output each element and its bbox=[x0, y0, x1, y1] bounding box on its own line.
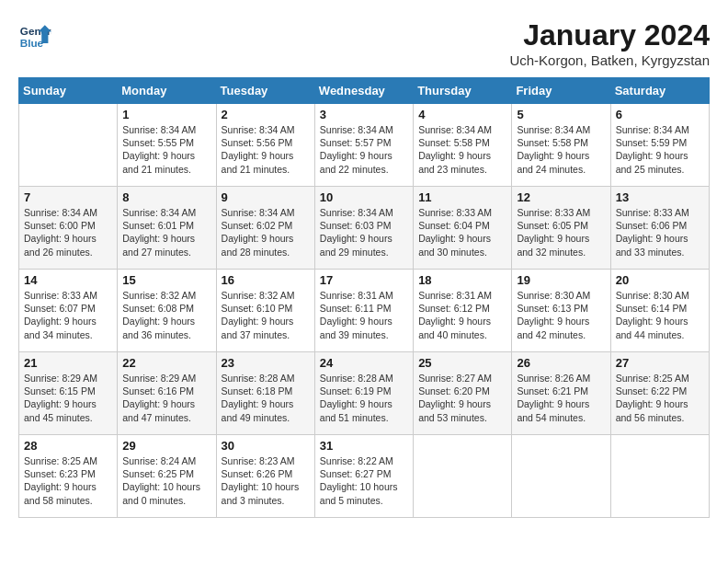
day-cell: 31Sunrise: 8:22 AM Sunset: 6:27 PM Dayli… bbox=[314, 435, 413, 518]
day-cell: 14Sunrise: 8:33 AM Sunset: 6:07 PM Dayli… bbox=[19, 270, 118, 352]
day-cell: 25Sunrise: 8:27 AM Sunset: 6:20 PM Dayli… bbox=[414, 352, 512, 435]
day-number: 20 bbox=[616, 273, 704, 287]
day-info: Sunrise: 8:25 AM Sunset: 6:22 PM Dayligh… bbox=[616, 372, 704, 424]
day-info: Sunrise: 8:24 AM Sunset: 6:25 PM Dayligh… bbox=[122, 454, 210, 507]
day-cell: 18Sunrise: 8:31 AM Sunset: 6:12 PM Dayli… bbox=[414, 270, 512, 352]
weekday-header-tuesday: Tuesday bbox=[216, 78, 314, 104]
day-number: 15 bbox=[122, 273, 210, 287]
day-info: Sunrise: 8:32 AM Sunset: 6:10 PM Dayligh… bbox=[222, 289, 310, 341]
weekday-header-row: SundayMondayTuesdayWednesdayThursdayFrid… bbox=[19, 78, 710, 104]
day-info: Sunrise: 8:34 AM Sunset: 5:58 PM Dayligh… bbox=[517, 123, 605, 176]
day-info: Sunrise: 8:28 AM Sunset: 6:18 PM Dayligh… bbox=[222, 372, 310, 424]
day-number: 27 bbox=[616, 356, 704, 370]
logo-icon: General Blue bbox=[18, 18, 51, 52]
day-number: 29 bbox=[122, 439, 210, 453]
day-cell bbox=[610, 435, 709, 518]
week-row-5: 28Sunrise: 8:25 AM Sunset: 6:23 PM Dayli… bbox=[19, 435, 710, 518]
day-number: 4 bbox=[418, 108, 506, 121]
day-cell: 30Sunrise: 8:23 AM Sunset: 6:26 PM Dayli… bbox=[216, 435, 314, 518]
day-info: Sunrise: 8:33 AM Sunset: 6:04 PM Dayligh… bbox=[418, 206, 506, 259]
day-cell: 1Sunrise: 8:34 AM Sunset: 5:55 PM Daylig… bbox=[118, 104, 216, 187]
week-row-1: 1Sunrise: 8:34 AM Sunset: 5:55 PM Daylig… bbox=[19, 104, 710, 187]
day-number: 5 bbox=[517, 108, 605, 121]
page-title: January 2024 bbox=[509, 18, 710, 52]
day-cell: 16Sunrise: 8:32 AM Sunset: 6:10 PM Dayli… bbox=[216, 270, 314, 352]
day-number: 11 bbox=[418, 190, 506, 204]
weekday-header-saturday: Saturday bbox=[610, 78, 709, 104]
day-cell: 23Sunrise: 8:28 AM Sunset: 6:18 PM Dayli… bbox=[216, 352, 314, 435]
day-info: Sunrise: 8:34 AM Sunset: 5:56 PM Dayligh… bbox=[222, 123, 310, 176]
day-cell bbox=[414, 435, 512, 518]
day-number: 17 bbox=[320, 273, 408, 287]
week-row-3: 14Sunrise: 8:33 AM Sunset: 6:07 PM Dayli… bbox=[19, 270, 710, 352]
page-subtitle: Uch-Korgon, Batken, Kyrgyzstan bbox=[509, 52, 710, 68]
day-number: 8 bbox=[122, 190, 210, 204]
day-cell: 26Sunrise: 8:26 AM Sunset: 6:21 PM Dayli… bbox=[512, 352, 610, 435]
day-number: 7 bbox=[24, 190, 112, 204]
day-info: Sunrise: 8:33 AM Sunset: 6:05 PM Dayligh… bbox=[517, 206, 605, 259]
weekday-header-thursday: Thursday bbox=[414, 78, 512, 104]
day-info: Sunrise: 8:34 AM Sunset: 5:57 PM Dayligh… bbox=[320, 123, 408, 176]
svg-text:Blue: Blue bbox=[20, 37, 44, 49]
day-cell: 22Sunrise: 8:29 AM Sunset: 6:16 PM Dayli… bbox=[118, 352, 216, 435]
weekday-header-monday: Monday bbox=[118, 78, 216, 104]
day-cell: 4Sunrise: 8:34 AM Sunset: 5:58 PM Daylig… bbox=[414, 104, 512, 187]
day-info: Sunrise: 8:32 AM Sunset: 6:08 PM Dayligh… bbox=[122, 289, 210, 341]
title-block: January 2024 Uch-Korgon, Batken, Kyrgyzs… bbox=[509, 18, 710, 68]
day-number: 16 bbox=[222, 273, 310, 287]
day-cell: 12Sunrise: 8:33 AM Sunset: 6:05 PM Dayli… bbox=[512, 187, 610, 270]
day-info: Sunrise: 8:30 AM Sunset: 6:14 PM Dayligh… bbox=[616, 289, 704, 341]
day-cell: 27Sunrise: 8:25 AM Sunset: 6:22 PM Dayli… bbox=[610, 352, 709, 435]
day-number: 30 bbox=[222, 439, 310, 453]
day-cell: 21Sunrise: 8:29 AM Sunset: 6:15 PM Dayli… bbox=[19, 352, 118, 435]
day-cell: 28Sunrise: 8:25 AM Sunset: 6:23 PM Dayli… bbox=[19, 435, 118, 518]
day-number: 28 bbox=[24, 439, 112, 453]
day-number: 1 bbox=[122, 108, 210, 121]
day-info: Sunrise: 8:29 AM Sunset: 6:15 PM Dayligh… bbox=[24, 372, 112, 424]
day-cell: 11Sunrise: 8:33 AM Sunset: 6:04 PM Dayli… bbox=[414, 187, 512, 270]
day-number: 13 bbox=[616, 190, 704, 204]
day-info: Sunrise: 8:34 AM Sunset: 5:58 PM Dayligh… bbox=[418, 123, 506, 176]
day-cell: 9Sunrise: 8:34 AM Sunset: 6:02 PM Daylig… bbox=[216, 187, 314, 270]
day-cell: 3Sunrise: 8:34 AM Sunset: 5:57 PM Daylig… bbox=[314, 104, 413, 187]
day-cell: 5Sunrise: 8:34 AM Sunset: 5:58 PM Daylig… bbox=[512, 104, 610, 187]
day-cell: 13Sunrise: 8:33 AM Sunset: 6:06 PM Dayli… bbox=[610, 187, 709, 270]
logo: General Blue bbox=[18, 18, 51, 52]
day-number: 9 bbox=[222, 190, 310, 204]
day-info: Sunrise: 8:34 AM Sunset: 5:55 PM Dayligh… bbox=[122, 123, 210, 176]
day-number: 14 bbox=[24, 273, 112, 287]
day-number: 3 bbox=[320, 108, 408, 121]
day-info: Sunrise: 8:28 AM Sunset: 6:19 PM Dayligh… bbox=[320, 372, 408, 424]
day-info: Sunrise: 8:26 AM Sunset: 6:21 PM Dayligh… bbox=[517, 372, 605, 424]
page-header: General Blue January 2024 Uch-Korgon, Ba… bbox=[18, 18, 710, 68]
weekday-header-wednesday: Wednesday bbox=[314, 78, 413, 104]
day-number: 2 bbox=[222, 108, 310, 121]
day-info: Sunrise: 8:34 AM Sunset: 6:03 PM Dayligh… bbox=[320, 206, 408, 259]
day-cell: 17Sunrise: 8:31 AM Sunset: 6:11 PM Dayli… bbox=[314, 270, 413, 352]
day-number: 18 bbox=[418, 273, 506, 287]
day-info: Sunrise: 8:33 AM Sunset: 6:06 PM Dayligh… bbox=[616, 206, 704, 259]
day-number: 25 bbox=[418, 356, 506, 370]
calendar-table: SundayMondayTuesdayWednesdayThursdayFrid… bbox=[18, 77, 710, 518]
day-info: Sunrise: 8:33 AM Sunset: 6:07 PM Dayligh… bbox=[24, 289, 112, 341]
day-info: Sunrise: 8:34 AM Sunset: 6:00 PM Dayligh… bbox=[24, 206, 112, 259]
day-number: 19 bbox=[517, 273, 605, 287]
day-number: 26 bbox=[517, 356, 605, 370]
day-info: Sunrise: 8:31 AM Sunset: 6:12 PM Dayligh… bbox=[418, 289, 506, 341]
day-number: 6 bbox=[616, 108, 704, 121]
week-row-2: 7Sunrise: 8:34 AM Sunset: 6:00 PM Daylig… bbox=[19, 187, 710, 270]
day-info: Sunrise: 8:30 AM Sunset: 6:13 PM Dayligh… bbox=[517, 289, 605, 341]
day-info: Sunrise: 8:29 AM Sunset: 6:16 PM Dayligh… bbox=[122, 372, 210, 424]
day-cell bbox=[512, 435, 610, 518]
day-cell: 7Sunrise: 8:34 AM Sunset: 6:00 PM Daylig… bbox=[19, 187, 118, 270]
day-number: 22 bbox=[122, 356, 210, 370]
day-number: 12 bbox=[517, 190, 605, 204]
day-cell: 10Sunrise: 8:34 AM Sunset: 6:03 PM Dayli… bbox=[314, 187, 413, 270]
day-cell: 2Sunrise: 8:34 AM Sunset: 5:56 PM Daylig… bbox=[216, 104, 314, 187]
day-cell: 20Sunrise: 8:30 AM Sunset: 6:14 PM Dayli… bbox=[610, 270, 709, 352]
day-cell: 19Sunrise: 8:30 AM Sunset: 6:13 PM Dayli… bbox=[512, 270, 610, 352]
day-info: Sunrise: 8:34 AM Sunset: 6:01 PM Dayligh… bbox=[122, 206, 210, 259]
day-number: 10 bbox=[320, 190, 408, 204]
day-number: 23 bbox=[222, 356, 310, 370]
day-info: Sunrise: 8:23 AM Sunset: 6:26 PM Dayligh… bbox=[222, 454, 310, 507]
